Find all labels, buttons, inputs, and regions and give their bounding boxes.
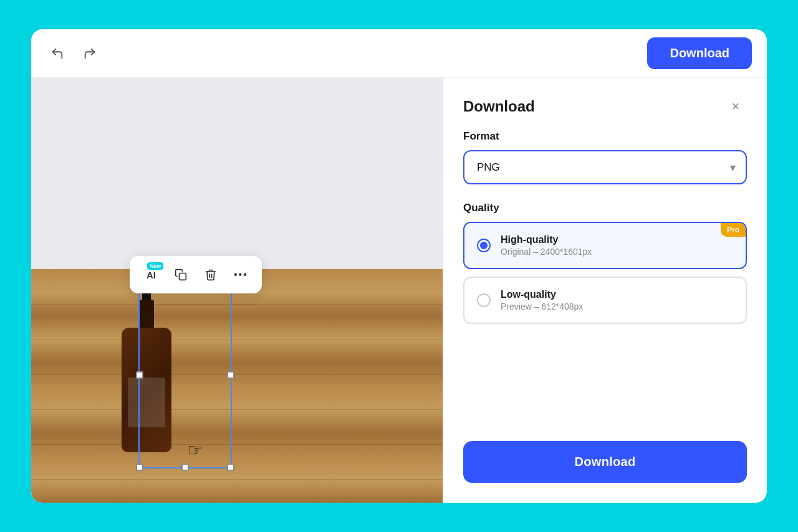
close-icon: × <box>732 98 740 115</box>
selection-handle-br[interactable] <box>227 463 234 471</box>
format-select[interactable]: PNG JPG SVG PDF <box>463 150 747 184</box>
quality-high-option[interactable]: High-quality Original – 2400*1601px Pro <box>463 222 747 269</box>
pro-badge: Pro <box>721 223 746 237</box>
quality-high-info: High-quality Original – 2400*1601px <box>501 234 733 257</box>
quality-high-desc: Original – 2400*1601px <box>501 247 733 257</box>
wood-plank <box>31 374 443 375</box>
format-section: Format PNG JPG SVG PDF ▾ <box>463 130 747 184</box>
editor-window: Download <box>31 29 767 503</box>
selection-handle-mr[interactable] <box>227 371 234 379</box>
copy-tool-button[interactable] <box>167 261 195 288</box>
panel-header: Download × <box>443 78 767 130</box>
quality-label: Quality <box>463 202 747 214</box>
header-download-button[interactable]: Download <box>647 37 752 69</box>
new-badge: New <box>147 262 164 270</box>
download-panel: Download × Format PNG JPG SVG <box>443 78 767 503</box>
delete-tool-button[interactable] <box>197 261 224 288</box>
ai-tool-button[interactable]: AI New <box>137 261 165 288</box>
close-panel-button[interactable]: × <box>724 95 747 118</box>
selection-box <box>138 282 232 468</box>
wood-plank <box>31 444 443 445</box>
app-container: Download <box>31 29 767 503</box>
canvas-area[interactable]: AI New <box>31 78 443 503</box>
wood-plank <box>31 304 443 305</box>
ai-label: AI <box>147 270 156 280</box>
canvas-background-wood <box>31 269 443 503</box>
undo-button[interactable] <box>46 42 69 65</box>
quality-section: Quality High-quality Original – 2400*160… <box>463 202 747 324</box>
quality-low-info: Low-quality Preview – 612*408px <box>501 289 733 311</box>
wood-plank <box>31 409 443 410</box>
panel-footer: Download <box>443 429 767 503</box>
toolbar: Download <box>31 29 767 78</box>
radio-high <box>477 239 491 252</box>
panel-body: Format PNG JPG SVG PDF ▾ <box>443 130 767 429</box>
quality-high-name: High-quality <box>501 234 733 245</box>
radio-inner-high <box>480 242 488 249</box>
quality-low-desc: Preview – 612*408px <box>501 302 733 311</box>
selection-handle-bl[interactable] <box>136 463 143 471</box>
main-content: AI New <box>31 78 767 503</box>
redo-button[interactable] <box>79 42 101 65</box>
wood-plank <box>31 479 443 480</box>
wood-plank <box>31 339 443 340</box>
toolbar-left <box>46 42 101 65</box>
quality-low-option[interactable]: Low-quality Preview – 612*408px <box>463 277 747 324</box>
format-label: Format <box>463 130 747 143</box>
quality-low-name: Low-quality <box>501 289 733 300</box>
svg-rect-0 <box>180 273 186 280</box>
radio-low <box>477 293 491 307</box>
more-dots: ••• <box>234 269 248 280</box>
panel-title: Download <box>463 98 535 115</box>
more-options-button[interactable]: ••• <box>227 261 254 288</box>
selection-handle-ml[interactable] <box>136 371 143 379</box>
main-download-button[interactable]: Download <box>463 441 747 483</box>
format-select-wrapper: PNG JPG SVG PDF ▾ <box>463 150 747 184</box>
floating-toolbar: AI New <box>130 256 262 293</box>
toolbar-right: Download <box>647 37 752 69</box>
canvas-background-top <box>31 78 443 269</box>
selection-handle-bm[interactable] <box>181 463 189 471</box>
